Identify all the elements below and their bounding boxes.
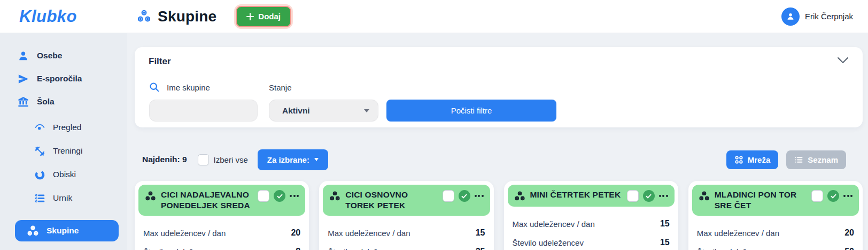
card-stat-row: Število udeležencev 15 — [513, 238, 670, 247]
search-icon — [149, 81, 160, 93]
app-header: Klubko Skupine Dodaj Erik Čerpnjak — [0, 0, 868, 33]
group-select-checkbox[interactable] — [627, 190, 639, 202]
groups-icon — [329, 191, 340, 202]
plus-icon — [246, 13, 254, 20]
groups-icon — [514, 191, 525, 202]
group-card-header: MINI ČETRTEK PETEK — [508, 185, 675, 207]
stat-label: Max udeležencev / dan — [143, 229, 226, 238]
sidebar-item-osebe[interactable]: Osebe — [17, 48, 119, 63]
sidebar-item-label: Šola — [37, 97, 55, 107]
sidebar-item-label: Urnik — [53, 193, 72, 203]
grid-view-label: Mreža — [748, 155, 771, 164]
caret-down-icon — [364, 109, 369, 112]
filter-panel: Filter Ime skupine Stanje Aktivni Počist… — [135, 47, 863, 127]
more-options-icon[interactable] — [843, 193, 852, 199]
stat-value: 50 — [844, 247, 854, 250]
status-select[interactable]: Aktivni — [269, 100, 378, 122]
app-logo[interactable]: Klubko — [19, 7, 77, 26]
sidebar-item-pregled[interactable]: Pregled — [34, 120, 119, 135]
sidebar-item-label: Treningi — [53, 146, 82, 156]
sidebar-item-obiski[interactable]: Obiski — [34, 167, 119, 182]
stat-value: 15 — [660, 219, 670, 229]
list-icon — [34, 193, 45, 204]
group-select-checkbox[interactable] — [258, 190, 269, 202]
list-view-icon — [794, 155, 803, 164]
group-card-title: MLADINCI PON TOR SRE ČET — [715, 190, 807, 211]
more-options-icon[interactable] — [659, 193, 668, 199]
sidebar: Osebe E-sporočila Šola Pregled — [0, 33, 127, 250]
group-card: MLADINCI PON TOR SRE ČET Max udeležencev… — [688, 181, 863, 250]
active-check-icon — [827, 190, 839, 202]
sidebar-item-sola[interactable]: Šola — [17, 94, 119, 109]
send-icon — [17, 73, 29, 85]
sidebar-item-label: Osebe — [37, 51, 62, 60]
active-check-icon — [274, 190, 285, 202]
active-check-icon — [459, 190, 470, 202]
user-menu[interactable]: Erik Čerpnjak — [781, 7, 853, 26]
person-icon — [17, 50, 29, 62]
user-name: Erik Čerpnjak — [805, 12, 853, 21]
group-cards-grid: CICI NADALJEVALNO PONEDELJEK SREDA Max u… — [135, 181, 863, 250]
sidebar-item-treningi[interactable]: Treningi — [34, 143, 119, 158]
active-check-icon — [643, 190, 655, 202]
more-options-icon[interactable] — [290, 193, 299, 199]
chevron-down-icon[interactable] — [837, 57, 849, 64]
caret-down-icon — [314, 158, 319, 161]
sidebar-item-skupine[interactable]: Skupine — [15, 220, 119, 241]
card-stat-row: Max udeležencev / dan 20 — [143, 228, 300, 238]
more-options-icon[interactable] — [475, 193, 484, 199]
add-button[interactable]: Dodaj — [236, 6, 291, 27]
page-title: Skupine — [158, 8, 216, 25]
list-view-button[interactable]: Seznam — [786, 150, 846, 169]
clear-filters-button[interactable]: Počisti filtre — [386, 100, 556, 122]
grid-view-button[interactable]: Mreža — [726, 150, 779, 169]
eye-icon — [34, 122, 45, 133]
results-count-value: 9 — [182, 155, 187, 164]
stat-label: Max udeležencev / dan — [697, 229, 779, 238]
group-name-input[interactable] — [149, 100, 258, 122]
stat-value: 25 — [476, 247, 485, 250]
donut-chart-icon — [34, 169, 45, 180]
add-button-label: Dodaj — [258, 12, 281, 21]
results-count-label: Najdenih: — [142, 155, 180, 164]
sidebar-item-label: Obiski — [53, 170, 76, 179]
card-stat-row: Max udeležencev / dan 20 — [697, 228, 854, 238]
group-card-header: CICI NADALJEVALNO PONEDELJEK SREDA — [138, 185, 305, 216]
sidebar-item-e-sporocila[interactable]: E-sporočila — [17, 71, 119, 86]
card-stat-row: Max udeležencev / dan 15 — [328, 228, 485, 238]
stat-value: 15 — [476, 228, 485, 238]
stat-label: Max udeležencev / dan — [328, 229, 410, 238]
stat-value: 20 — [291, 228, 300, 238]
for-selected-label: Za izbrane: — [267, 155, 309, 164]
stat-label: Število udeležencev — [143, 247, 214, 250]
group-card-title: MINI ČETRTEK PETEK — [530, 190, 622, 200]
group-select-checkbox[interactable] — [811, 190, 823, 202]
groups-icon — [699, 191, 710, 202]
stat-label: Število udeležencev — [513, 238, 584, 247]
results-toolbar: Najdenih: 9 Izberi vse Za izbrane: Mreža — [135, 147, 863, 172]
group-name-label: Ime skupine — [167, 83, 210, 92]
status-select-value: Aktivni — [282, 106, 364, 116]
select-all-label: Izberi vse — [214, 155, 248, 164]
select-all-checkbox[interactable] — [198, 154, 209, 165]
group-card-title: CICI NADALJEVALNO PONEDELJEK SREDA — [161, 190, 253, 211]
for-selected-dropdown[interactable]: Za izbrane: — [258, 149, 328, 170]
groups-icon — [137, 9, 151, 24]
sidebar-item-urnik[interactable]: Urnik — [34, 191, 119, 206]
groups-icon — [145, 191, 156, 202]
group-card: CICI OSNOVNO TOREK PETEK Max udeležencev… — [319, 181, 493, 250]
sidebar-item-label: Skupine — [46, 226, 79, 236]
stat-value: 15 — [660, 238, 670, 247]
sidebar-item-label: E-sporočila — [37, 74, 82, 84]
main-content: Filter Ime skupine Stanje Aktivni Počist… — [127, 33, 868, 250]
avatar — [781, 7, 800, 26]
group-card-header: CICI OSNOVNO TOREK PETEK — [323, 185, 490, 216]
status-label: Stanje — [269, 83, 292, 92]
group-card-header: MLADINCI PON TOR SRE ČET — [692, 185, 859, 216]
group-select-checkbox[interactable] — [443, 190, 454, 202]
card-stat-row: Število udeležencev 8 — [143, 247, 300, 250]
filter-title: Filter — [149, 56, 171, 67]
results-count: Najdenih: 9 — [142, 155, 187, 164]
sidebar-item-label: Pregled — [53, 123, 81, 132]
stat-label: Število udeležencev — [328, 247, 399, 250]
